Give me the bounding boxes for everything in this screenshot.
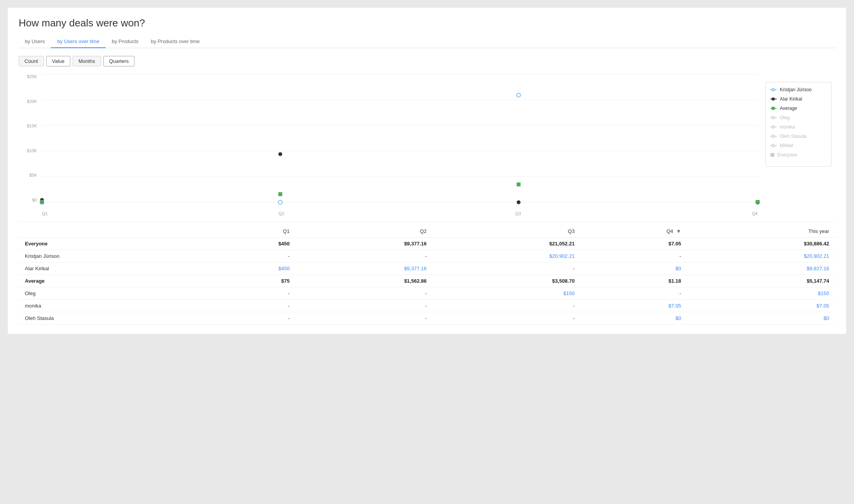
row-everyone-q2: $9,377.16: [296, 238, 433, 250]
row-kristjan-q4: -: [581, 250, 687, 262]
row-everyone-year: $30,886.42: [687, 238, 835, 250]
x-label-q1: Q1: [42, 211, 48, 216]
tab-by-users-over-time[interactable]: by Users over time: [51, 35, 105, 48]
x-axis: Q1 Q2 Q3 Q4: [42, 211, 758, 216]
legend-kristjan[interactable]: Kristjan Jürisoo: [770, 87, 826, 92]
legend-everyone[interactable]: Everyone: [770, 152, 826, 158]
legend-oleh-label: Oleh Stasula: [780, 134, 807, 139]
col-header-q4[interactable]: Q4 ▼: [581, 225, 687, 238]
row-oleg-year: $150: [687, 287, 835, 300]
legend-oleg[interactable]: Oleg: [770, 115, 826, 120]
row-monika-q1: -: [203, 300, 296, 312]
col-header-name: [19, 225, 203, 238]
row-kristjan-q2: -: [296, 250, 433, 262]
row-oleh-q1: -: [203, 312, 296, 325]
row-alar-q2: $9,377.16: [296, 262, 433, 275]
row-kristjan-q3: $20,902.21: [433, 250, 581, 262]
chart-legend: Kristjan Jürisoo Alar Kirikal Average Ol…: [765, 82, 831, 167]
y-label-10k: $10K: [27, 148, 37, 153]
legend-monika[interactable]: monika: [770, 124, 826, 130]
row-kristjan-year: $20,902.21: [687, 250, 835, 262]
y-label-15k: $15K: [27, 123, 37, 128]
tab-by-users[interactable]: by Users: [19, 35, 51, 48]
table-row-oleg: Oleg - - $150 - $150: [19, 287, 835, 300]
table-row-alar: Alar Kirikal $450 $9,377.16 - $0 $9,827.…: [19, 262, 835, 275]
table-row-oleh: Oleh Stasula - - - $0 $0: [19, 312, 835, 325]
legend-monika-label: monika: [780, 124, 795, 130]
legend-oleg-label: Oleg: [780, 115, 790, 120]
page-title: How many deals were won?: [19, 17, 835, 29]
count-button[interactable]: Count: [19, 56, 44, 66]
table-row-monika: monika - - - $7.05 $7.05: [19, 300, 835, 312]
col-header-q2: Q2: [296, 225, 433, 238]
row-name-kristjan: Kristjan Jürisoo: [19, 250, 203, 262]
y-label-0: $0: [32, 198, 37, 202]
quarters-button[interactable]: Quarters: [103, 56, 135, 66]
sort-arrow-q4: ▼: [676, 228, 681, 234]
row-name-average: Average: [19, 275, 203, 287]
table-row-everyone: Everyone $450 $9,377.16 $21,052.21 $7.05…: [19, 238, 835, 250]
row-oleg-q4: -: [581, 287, 687, 300]
months-button[interactable]: Months: [73, 56, 101, 66]
avg-dot-q2: [278, 192, 282, 196]
y-label-25k: $25K: [27, 74, 37, 79]
avg-dot-q1: [40, 200, 44, 204]
x-label-q3: Q3: [515, 211, 521, 216]
row-oleh-q4: $0: [581, 312, 687, 325]
tab-bar: by Users by Users over time by Products …: [19, 35, 835, 48]
row-oleg-q2: -: [296, 287, 433, 300]
row-name-oleh: Oleh Stasula: [19, 312, 203, 325]
legend-everyone-label: Everyone: [777, 152, 797, 158]
legend-alar-label: Alar Kirikal: [780, 96, 802, 102]
row-avg-q4: $1.18: [581, 275, 687, 287]
col-header-q3: Q3: [433, 225, 581, 238]
row-everyone-q3: $21,052.21: [433, 238, 581, 250]
y-axis: $25K $20K $15K $10K $5K $0: [19, 74, 40, 202]
row-monika-q4: $7.05: [581, 300, 687, 312]
row-name-oleg: Oleg: [19, 287, 203, 300]
data-table: Q1 Q2 Q3 Q4 ▼ This year Everyone $450 $9…: [19, 225, 835, 325]
row-avg-q3: $3,508.70: [433, 275, 581, 287]
row-oleg-q3: $150: [433, 287, 581, 300]
x-label-q2: Q2: [279, 211, 284, 216]
table-row-average: Average $75 $1,562.86 $3,508.70 $1.18 $5…: [19, 275, 835, 287]
row-monika-q3: -: [433, 300, 581, 312]
row-name-everyone: Everyone: [19, 238, 203, 250]
alar-dot-q3: [517, 201, 520, 204]
row-everyone-q4: $7.05: [581, 238, 687, 250]
row-avg-q1: $75: [203, 275, 296, 287]
y-label-20k: $20K: [27, 99, 37, 104]
avg-dot-q4: [756, 200, 760, 204]
row-monika-q2: -: [296, 300, 433, 312]
avg-dot-q3: [517, 182, 521, 186]
row-oleh-q3: -: [433, 312, 581, 325]
row-everyone-q1: $450: [203, 238, 296, 250]
row-alar-q4: $0: [581, 262, 687, 275]
row-name-alar: Alar Kirikal: [19, 262, 203, 275]
row-oleh-q2: -: [296, 312, 433, 325]
row-avg-year: $5,147.74: [687, 275, 835, 287]
tab-by-products[interactable]: by Products: [106, 35, 145, 48]
legend-oleh[interactable]: Oleh Stasula: [770, 134, 826, 139]
kristjan-dot-q2: [278, 200, 282, 204]
legend-mihkel[interactable]: Mihkel: [770, 143, 826, 148]
row-avg-q2: $1,562.86: [296, 275, 433, 287]
legend-mihkel-label: Mihkel: [780, 143, 793, 148]
alar-dot-q2: [279, 153, 282, 156]
row-alar-q1: $450: [203, 262, 296, 275]
col-header-year: This year: [687, 225, 835, 238]
chart-svg: [42, 74, 758, 202]
row-kristjan-q1: -: [203, 250, 296, 262]
row-name-monika: monika: [19, 300, 203, 312]
row-alar-year: $9,827.16: [687, 262, 835, 275]
legend-average-label: Average: [780, 106, 797, 111]
legend-average[interactable]: Average: [770, 106, 826, 111]
chart-toolbar: Count Value Months Quarters: [19, 56, 835, 66]
kristjan-dot-q3: [517, 93, 521, 97]
tab-by-products-over-time[interactable]: by Products over time: [145, 35, 206, 48]
row-monika-year: $7.05: [687, 300, 835, 312]
value-button[interactable]: Value: [46, 56, 70, 66]
legend-alar[interactable]: Alar Kirikal: [770, 96, 826, 102]
col-header-q1: Q1: [203, 225, 296, 238]
x-label-q4: Q4: [752, 211, 758, 216]
